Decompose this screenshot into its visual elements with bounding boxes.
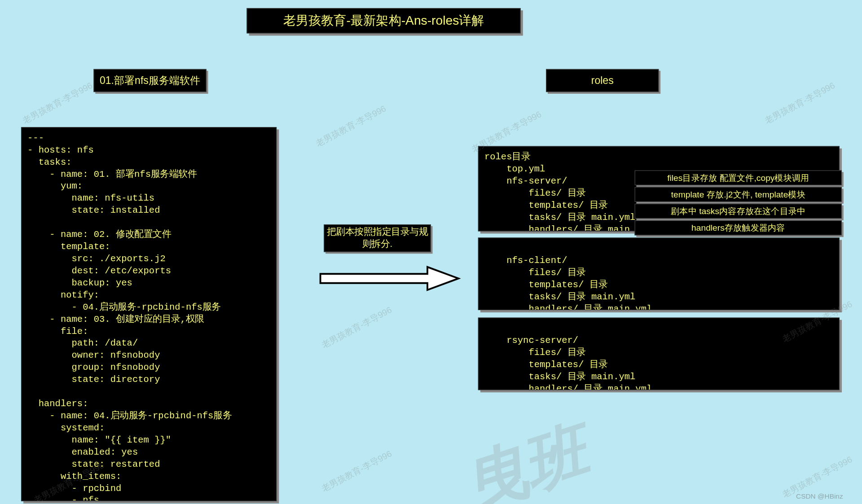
credit-text: CSDN @HBinz	[796, 492, 843, 500]
svg-marker-0	[321, 267, 459, 290]
watermark-text: 老男孩教育-李导996	[763, 80, 837, 127]
roles-dir-panel-rsync-server: rsync-server/ files/ 目录 templates/ 目录 ta…	[478, 318, 840, 390]
arrow-icon	[318, 265, 461, 293]
left-section-label: 01.部署nfs服务端软件	[94, 69, 207, 92]
watermark-text: 老男孩教育-李导996	[21, 80, 95, 127]
annotation-tasks: 剧本中 tasks内容存放在这个目录中	[635, 204, 842, 219]
diagram-title: 老男孩教育-最新架构-Ans-roles详解	[247, 8, 521, 33]
right-section-label: roles	[546, 69, 659, 92]
roles-dir-panel-nfs-client: nfs-client/ files/ 目录 templates/ 目录 task…	[478, 237, 840, 310]
annotation-templates: template 存放.j2文件, template模块	[635, 187, 842, 202]
watermark-large: 曳班	[452, 408, 599, 504]
playbook-code-panel: --- - hosts: nfs tasks: - name: 01. 部署nf…	[21, 127, 277, 501]
middle-instruction-box: 把剧本按照指定目录与规则拆分.	[324, 224, 431, 252]
watermark-text: 老男孩教育-李导996	[314, 103, 388, 149]
annotation-stack: files目录存放 配置文件,copy模块调用 template 存放.j2文件…	[635, 170, 842, 237]
watermark-text: 老男孩教育-李导996	[320, 305, 394, 351]
annotation-files: files目录存放 配置文件,copy模块调用	[635, 170, 842, 185]
annotation-handlers: handlers存放触发器内容	[635, 220, 842, 235]
watermark-text: 老男孩教育-李导996	[320, 448, 394, 495]
